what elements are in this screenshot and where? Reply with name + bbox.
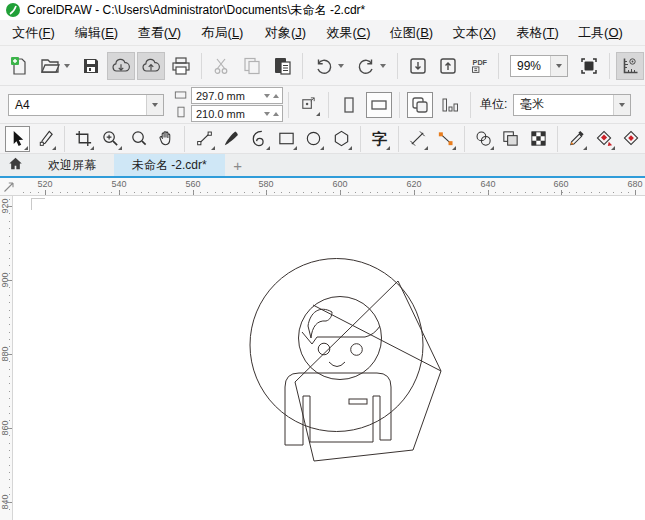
welcome-home-button[interactable] [0,154,30,176]
hair-curl[interactable] [308,309,332,338]
tab-document[interactable]: 未命名 -2.cdr* [114,154,225,176]
text-tool[interactable]: 字 [367,126,392,152]
redo-button[interactable] [351,52,391,80]
open-button[interactable] [35,52,75,80]
menu-layout[interactable]: 布局(L) [191,24,254,42]
fullscreen-preview-button[interactable] [575,52,603,80]
ruler-label: 540 [111,179,126,189]
portrait-button[interactable] [336,92,362,118]
pan-tool[interactable] [153,126,178,152]
units-combo[interactable]: 毫米 [513,94,631,116]
show-rulers-button[interactable] [616,52,644,80]
rectangle-tool[interactable] [274,126,299,152]
shape-tool[interactable] [32,126,57,152]
chevron-down-icon[interactable] [613,95,630,115]
vertical-ruler[interactable]: 920900880860840 [0,196,13,520]
svg-text:PDF: PDF [473,58,488,67]
undo-button[interactable] [309,52,349,80]
separator [498,53,499,79]
current-page-button[interactable] [437,92,463,118]
zoom-tool[interactable] [126,126,151,152]
artistic-media-tool[interactable] [219,126,244,152]
transparency-tool[interactable] [498,126,523,152]
home-icon [8,156,23,174]
menubar: 文件(F)编辑(E)查看(V)布局(L)对象(J)效果(C)位图(B)文本(X)… [0,20,645,46]
copy-icon [242,56,262,76]
separator [398,126,399,152]
cloud-upload-button[interactable] [137,52,165,80]
artwork[interactable] [13,196,645,520]
tab-welcome[interactable]: 欢迎屏幕 [30,154,114,176]
cut-button[interactable] [208,52,236,80]
pdf-share-button[interactable]: PDF [464,52,492,80]
dimension-tool[interactable] [405,126,430,152]
pdf-share-icon: PDF [468,56,488,76]
chevron-down-icon[interactable] [146,95,163,115]
zoom-level-value: 99% [511,59,550,73]
all-pages-icon [410,95,430,115]
autofit-page-button[interactable] [295,92,322,118]
smile[interactable] [329,362,345,367]
b-spline-tool[interactable] [246,126,271,152]
menu-tools[interactable]: 工具(O) [569,24,632,42]
page-height-input[interactable]: 210.0 mm [191,105,283,122]
separator [397,53,398,79]
save-button[interactable] [77,52,105,80]
spinner-arrows[interactable] [264,109,282,119]
freehand-tool[interactable] [191,126,216,152]
menu-effects[interactable]: 效果(C) [317,24,380,42]
copy-button[interactable] [238,52,266,80]
chest-pocket[interactable] [349,399,367,404]
separator [302,53,303,79]
new-tab-button[interactable]: + [225,154,251,176]
right-strap[interactable] [373,396,380,442]
pattern-fill-tool[interactable] [526,126,551,152]
all-pages-button[interactable] [407,92,433,118]
zoom-icon [128,129,148,149]
torso-bottom-edges[interactable] [285,440,391,445]
connector-tool[interactable] [432,126,457,152]
page-size-value: A4 [9,98,146,112]
menu-edit[interactable]: 编辑(E) [65,24,128,42]
interactive-fill-tool[interactable] [591,126,616,152]
page-width-input[interactable]: 297.0 mm [191,87,283,104]
cloud-download-button[interactable] [107,52,135,80]
spinner-arrows[interactable] [264,91,282,101]
menu-object[interactable]: 对象(J) [254,24,317,42]
landscape-button[interactable] [366,92,392,118]
menu-bitmap[interactable]: 位图(B) [380,24,443,42]
diagonal-line[interactable] [313,305,441,371]
torso[interactable] [285,373,391,445]
new-document-icon [9,56,29,76]
drawing-canvas[interactable] [13,196,645,520]
crop-tool[interactable] [71,126,96,152]
import-icon [408,56,428,76]
drop-shadow-icon [473,129,493,149]
chevron-down-icon[interactable] [550,56,567,76]
menu-file[interactable]: 文件(F) [2,24,65,42]
export-button[interactable] [434,52,462,80]
ellipse-icon [304,129,324,149]
zoom-level-combo[interactable]: 99% [510,55,568,77]
page-size-combo[interactable]: A4 [8,94,164,116]
menu-view[interactable]: 查看(V) [128,24,191,42]
import-button[interactable] [404,52,432,80]
color-eyedropper-tool[interactable] [564,126,589,152]
separator [360,126,361,152]
paste-button[interactable] [268,52,296,80]
polygon-tool[interactable] [328,126,353,152]
ellipse-tool[interactable] [301,126,326,152]
horizontal-ruler[interactable]: 520540560580600620640660680 [0,178,645,196]
print-button[interactable] [167,52,195,80]
property-bar: A4 297.0 mm 210.0 mm [0,86,645,124]
smart-fill-tool[interactable] [619,126,644,152]
new-document-button[interactable] [5,52,33,80]
menu-text[interactable]: 文本(X) [443,24,506,42]
ruler-label: 560 [185,179,200,189]
zoom-in-tool[interactable] [98,126,123,152]
right-eye[interactable] [351,344,363,356]
pick-tool[interactable] [5,126,30,152]
outer-circle[interactable] [250,259,423,432]
menu-table[interactable]: 表格(T) [506,24,569,42]
drop-shadow-tool[interactable] [471,126,496,152]
